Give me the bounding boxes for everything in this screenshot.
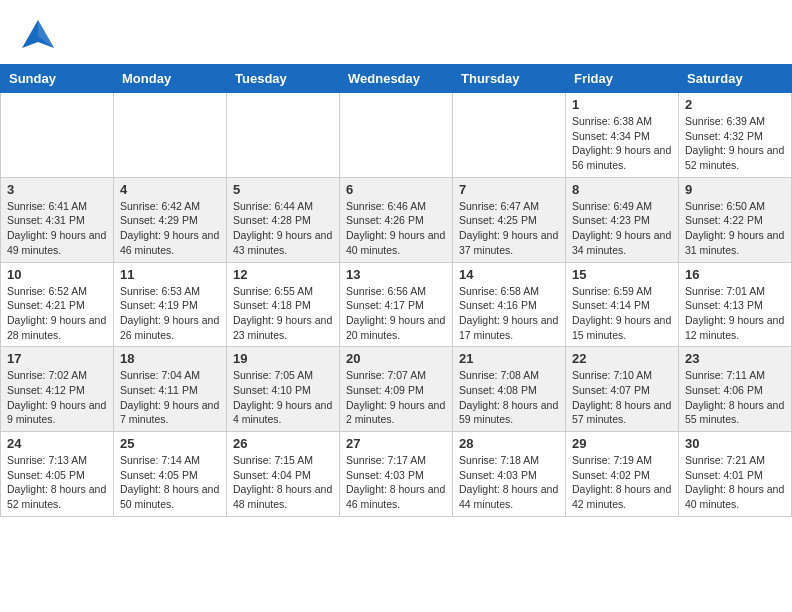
day-number: 19 [233, 351, 333, 366]
day-detail: Sunrise: 6:42 AM Sunset: 4:29 PM Dayligh… [120, 199, 220, 258]
calendar-cell: 3Sunrise: 6:41 AM Sunset: 4:31 PM Daylig… [1, 177, 114, 262]
logo [20, 16, 56, 52]
day-number: 30 [685, 436, 785, 451]
weekday-header-row: SundayMondayTuesdayWednesdayThursdayFrid… [1, 65, 792, 93]
calendar-cell: 4Sunrise: 6:42 AM Sunset: 4:29 PM Daylig… [114, 177, 227, 262]
calendar-week-row: 17Sunrise: 7:02 AM Sunset: 4:12 PM Dayli… [1, 347, 792, 432]
day-detail: Sunrise: 7:15 AM Sunset: 4:04 PM Dayligh… [233, 453, 333, 512]
day-number: 27 [346, 436, 446, 451]
calendar-cell: 2Sunrise: 6:39 AM Sunset: 4:32 PM Daylig… [679, 93, 792, 178]
calendar-cell: 29Sunrise: 7:19 AM Sunset: 4:02 PM Dayli… [566, 432, 679, 517]
day-detail: Sunrise: 6:52 AM Sunset: 4:21 PM Dayligh… [7, 284, 107, 343]
day-number: 11 [120, 267, 220, 282]
day-number: 7 [459, 182, 559, 197]
weekday-header-thursday: Thursday [453, 65, 566, 93]
day-number: 10 [7, 267, 107, 282]
day-number: 8 [572, 182, 672, 197]
header [0, 0, 792, 56]
day-number: 26 [233, 436, 333, 451]
day-detail: Sunrise: 6:41 AM Sunset: 4:31 PM Dayligh… [7, 199, 107, 258]
day-detail: Sunrise: 6:39 AM Sunset: 4:32 PM Dayligh… [685, 114, 785, 173]
calendar-cell: 17Sunrise: 7:02 AM Sunset: 4:12 PM Dayli… [1, 347, 114, 432]
calendar-cell: 7Sunrise: 6:47 AM Sunset: 4:25 PM Daylig… [453, 177, 566, 262]
day-number: 12 [233, 267, 333, 282]
day-detail: Sunrise: 6:49 AM Sunset: 4:23 PM Dayligh… [572, 199, 672, 258]
day-detail: Sunrise: 7:17 AM Sunset: 4:03 PM Dayligh… [346, 453, 446, 512]
day-detail: Sunrise: 6:50 AM Sunset: 4:22 PM Dayligh… [685, 199, 785, 258]
calendar-cell: 5Sunrise: 6:44 AM Sunset: 4:28 PM Daylig… [227, 177, 340, 262]
calendar-cell: 8Sunrise: 6:49 AM Sunset: 4:23 PM Daylig… [566, 177, 679, 262]
logo-icon [20, 16, 56, 52]
calendar-cell [1, 93, 114, 178]
day-number: 3 [7, 182, 107, 197]
calendar-cell: 14Sunrise: 6:58 AM Sunset: 4:16 PM Dayli… [453, 262, 566, 347]
day-detail: Sunrise: 6:59 AM Sunset: 4:14 PM Dayligh… [572, 284, 672, 343]
day-number: 29 [572, 436, 672, 451]
calendar-cell: 28Sunrise: 7:18 AM Sunset: 4:03 PM Dayli… [453, 432, 566, 517]
day-detail: Sunrise: 6:46 AM Sunset: 4:26 PM Dayligh… [346, 199, 446, 258]
calendar-cell: 23Sunrise: 7:11 AM Sunset: 4:06 PM Dayli… [679, 347, 792, 432]
day-detail: Sunrise: 6:55 AM Sunset: 4:18 PM Dayligh… [233, 284, 333, 343]
day-detail: Sunrise: 7:10 AM Sunset: 4:07 PM Dayligh… [572, 368, 672, 427]
calendar-table: SundayMondayTuesdayWednesdayThursdayFrid… [0, 64, 792, 517]
day-number: 4 [120, 182, 220, 197]
day-detail: Sunrise: 6:53 AM Sunset: 4:19 PM Dayligh… [120, 284, 220, 343]
calendar-cell: 24Sunrise: 7:13 AM Sunset: 4:05 PM Dayli… [1, 432, 114, 517]
calendar-cell: 9Sunrise: 6:50 AM Sunset: 4:22 PM Daylig… [679, 177, 792, 262]
weekday-header-tuesday: Tuesday [227, 65, 340, 93]
day-detail: Sunrise: 7:08 AM Sunset: 4:08 PM Dayligh… [459, 368, 559, 427]
day-detail: Sunrise: 7:19 AM Sunset: 4:02 PM Dayligh… [572, 453, 672, 512]
weekday-header-saturday: Saturday [679, 65, 792, 93]
calendar-week-row: 24Sunrise: 7:13 AM Sunset: 4:05 PM Dayli… [1, 432, 792, 517]
day-number: 14 [459, 267, 559, 282]
day-detail: Sunrise: 7:07 AM Sunset: 4:09 PM Dayligh… [346, 368, 446, 427]
day-detail: Sunrise: 6:44 AM Sunset: 4:28 PM Dayligh… [233, 199, 333, 258]
day-detail: Sunrise: 6:38 AM Sunset: 4:34 PM Dayligh… [572, 114, 672, 173]
day-detail: Sunrise: 7:05 AM Sunset: 4:10 PM Dayligh… [233, 368, 333, 427]
calendar-cell [453, 93, 566, 178]
calendar-cell: 11Sunrise: 6:53 AM Sunset: 4:19 PM Dayli… [114, 262, 227, 347]
calendar-cell: 26Sunrise: 7:15 AM Sunset: 4:04 PM Dayli… [227, 432, 340, 517]
weekday-header-wednesday: Wednesday [340, 65, 453, 93]
calendar-cell: 27Sunrise: 7:17 AM Sunset: 4:03 PM Dayli… [340, 432, 453, 517]
day-number: 28 [459, 436, 559, 451]
day-number: 24 [7, 436, 107, 451]
day-number: 25 [120, 436, 220, 451]
day-detail: Sunrise: 6:56 AM Sunset: 4:17 PM Dayligh… [346, 284, 446, 343]
day-detail: Sunrise: 7:21 AM Sunset: 4:01 PM Dayligh… [685, 453, 785, 512]
day-number: 20 [346, 351, 446, 366]
day-detail: Sunrise: 7:01 AM Sunset: 4:13 PM Dayligh… [685, 284, 785, 343]
day-detail: Sunrise: 7:04 AM Sunset: 4:11 PM Dayligh… [120, 368, 220, 427]
calendar-cell: 22Sunrise: 7:10 AM Sunset: 4:07 PM Dayli… [566, 347, 679, 432]
weekday-header-sunday: Sunday [1, 65, 114, 93]
day-number: 2 [685, 97, 785, 112]
weekday-header-monday: Monday [114, 65, 227, 93]
calendar-cell: 6Sunrise: 6:46 AM Sunset: 4:26 PM Daylig… [340, 177, 453, 262]
calendar-cell: 13Sunrise: 6:56 AM Sunset: 4:17 PM Dayli… [340, 262, 453, 347]
day-detail: Sunrise: 6:47 AM Sunset: 4:25 PM Dayligh… [459, 199, 559, 258]
day-detail: Sunrise: 6:58 AM Sunset: 4:16 PM Dayligh… [459, 284, 559, 343]
calendar-cell: 18Sunrise: 7:04 AM Sunset: 4:11 PM Dayli… [114, 347, 227, 432]
calendar-week-row: 10Sunrise: 6:52 AM Sunset: 4:21 PM Dayli… [1, 262, 792, 347]
calendar-cell [114, 93, 227, 178]
day-number: 18 [120, 351, 220, 366]
calendar-cell: 21Sunrise: 7:08 AM Sunset: 4:08 PM Dayli… [453, 347, 566, 432]
day-number: 21 [459, 351, 559, 366]
day-number: 17 [7, 351, 107, 366]
day-number: 16 [685, 267, 785, 282]
calendar-week-row: 3Sunrise: 6:41 AM Sunset: 4:31 PM Daylig… [1, 177, 792, 262]
day-number: 5 [233, 182, 333, 197]
day-detail: Sunrise: 7:02 AM Sunset: 4:12 PM Dayligh… [7, 368, 107, 427]
day-number: 15 [572, 267, 672, 282]
calendar-cell: 19Sunrise: 7:05 AM Sunset: 4:10 PM Dayli… [227, 347, 340, 432]
day-number: 9 [685, 182, 785, 197]
calendar-cell [227, 93, 340, 178]
weekday-header-friday: Friday [566, 65, 679, 93]
day-number: 23 [685, 351, 785, 366]
calendar-week-row: 1Sunrise: 6:38 AM Sunset: 4:34 PM Daylig… [1, 93, 792, 178]
day-detail: Sunrise: 7:11 AM Sunset: 4:06 PM Dayligh… [685, 368, 785, 427]
day-number: 22 [572, 351, 672, 366]
calendar-cell: 25Sunrise: 7:14 AM Sunset: 4:05 PM Dayli… [114, 432, 227, 517]
calendar-cell: 15Sunrise: 6:59 AM Sunset: 4:14 PM Dayli… [566, 262, 679, 347]
calendar-cell: 10Sunrise: 6:52 AM Sunset: 4:21 PM Dayli… [1, 262, 114, 347]
